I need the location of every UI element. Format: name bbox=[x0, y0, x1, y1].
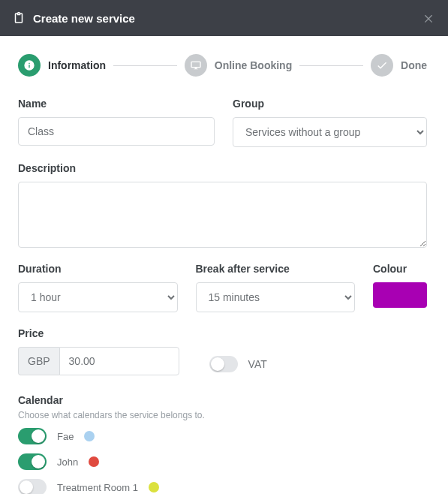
name-input[interactable] bbox=[18, 117, 215, 146]
break-after-label: Break after service bbox=[196, 263, 356, 275]
group-field: Group Services without a group bbox=[233, 98, 427, 147]
calendar-colour-dot bbox=[149, 482, 159, 492]
calendar-item-fae: Fae bbox=[18, 428, 427, 444]
description-input[interactable] bbox=[18, 182, 427, 248]
calendar-name: Fae bbox=[57, 431, 74, 442]
colour-picker[interactable] bbox=[373, 282, 427, 308]
stepper: Information Online Booking Done bbox=[18, 54, 427, 77]
currency-addon: GBP bbox=[18, 347, 59, 375]
calendar-hint: Choose what calendars the service belong… bbox=[18, 410, 427, 420]
name-label: Name bbox=[18, 98, 215, 110]
calendar-name: John bbox=[57, 456, 78, 468]
step-label: Online Booking bbox=[215, 59, 292, 71]
duration-select[interactable]: 1 hour bbox=[18, 282, 178, 312]
calendar-section: Calendar Choose what calendars the servi… bbox=[18, 393, 427, 494]
close-icon bbox=[422, 12, 434, 24]
check-icon bbox=[371, 54, 393, 77]
modal-body: Information Online Booking Done Name bbox=[0, 36, 448, 494]
duration-field: Duration 1 hour bbox=[18, 263, 178, 312]
step-connector bbox=[299, 65, 363, 66]
name-field: Name bbox=[18, 98, 215, 147]
vat-label: VAT bbox=[248, 358, 267, 370]
clipboard-icon bbox=[12, 11, 26, 25]
price-input[interactable] bbox=[59, 347, 179, 375]
price-field: Price GBP bbox=[18, 327, 179, 375]
step-connector bbox=[113, 65, 177, 66]
colour-label: Colour bbox=[373, 263, 427, 275]
calendar-item-treatment-room-1: Treatment Room 1 bbox=[18, 479, 427, 494]
modal-header: Create new service bbox=[0, 0, 448, 36]
step-label: Information bbox=[48, 59, 106, 71]
close-button[interactable] bbox=[419, 9, 437, 27]
modal-title: Create new service bbox=[33, 12, 135, 25]
duration-label: Duration bbox=[18, 263, 178, 275]
calendar-colour-dot bbox=[84, 431, 95, 441]
price-label: Price bbox=[18, 327, 179, 339]
calendar-toggle[interactable] bbox=[18, 479, 47, 494]
calendar-colour-dot bbox=[89, 456, 99, 467]
calendar-item-john: John bbox=[18, 453, 427, 470]
step-label: Done bbox=[401, 59, 427, 71]
calendar-name: Treatment Room 1 bbox=[57, 482, 138, 493]
calendar-toggle[interactable] bbox=[18, 453, 47, 470]
step-information[interactable]: Information bbox=[18, 54, 106, 77]
group-label: Group bbox=[233, 98, 427, 110]
group-select[interactable]: Services without a group bbox=[233, 117, 427, 147]
price-input-group: GBP bbox=[18, 347, 179, 375]
vat-field: VAT bbox=[209, 356, 267, 375]
step-online-booking[interactable]: Online Booking bbox=[185, 54, 292, 77]
description-field: Description bbox=[18, 162, 427, 248]
step-done[interactable]: Done bbox=[371, 54, 427, 77]
vat-toggle[interactable] bbox=[209, 356, 238, 372]
description-label: Description bbox=[18, 162, 427, 174]
info-icon bbox=[18, 54, 41, 77]
break-after-field: Break after service 15 minutes bbox=[196, 263, 356, 312]
calendar-label: Calendar bbox=[18, 394, 63, 406]
monitor-icon bbox=[185, 54, 207, 77]
colour-field: Colour bbox=[373, 263, 427, 312]
calendar-toggle[interactable] bbox=[18, 428, 47, 444]
break-after-select[interactable]: 15 minutes bbox=[196, 282, 356, 312]
